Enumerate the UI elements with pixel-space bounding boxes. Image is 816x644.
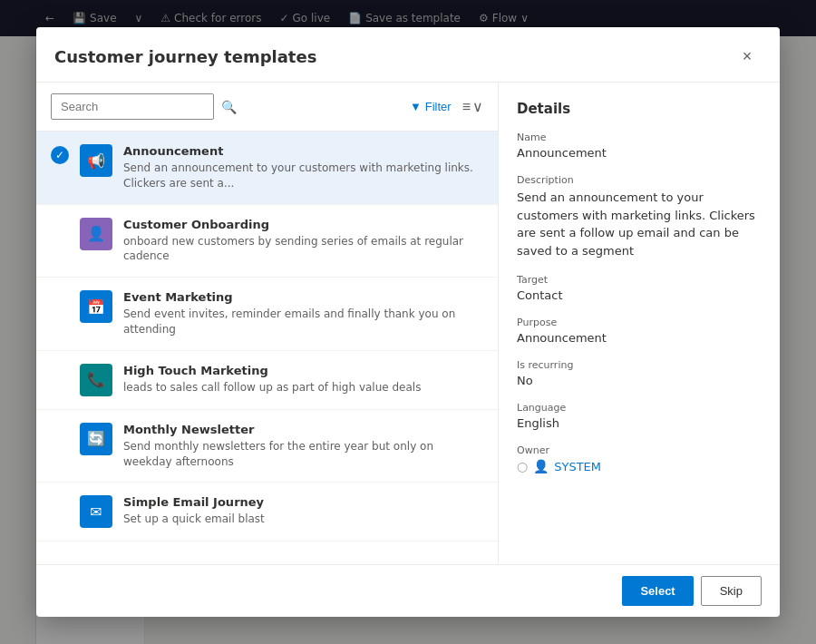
event-marketing-text: Event Marketing Send event invites, remi… [123,290,483,337]
announcement-icon-box: 📢 [80,144,112,177]
template-item-announcement[interactable]: ✓ 📢 Announcement Send an announcement to… [36,132,498,205]
announcement-name: Announcement [123,144,483,158]
newsletter-desc: Send monthly newsletters for the entire … [123,439,483,470]
newsletter-name: Monthly Newsletter [123,423,483,436]
high-touch-name: High Touch Marketing [123,364,483,377]
template-item-simple-email[interactable]: ✉ Simple Email Journey Set up a quick em… [36,483,498,542]
announcement-desc: Send an announcement to your customers w… [123,161,483,191]
high-touch-text: High Touch Marketing leads to sales call… [123,364,483,395]
owner-person-icon: 👤 [533,459,549,473]
select-button[interactable]: Select [622,576,693,606]
detail-label-purpose: Purpose [517,317,762,328]
detail-value-target: Contact [517,288,762,302]
search-input[interactable] [51,93,214,120]
simple-email-text: Simple Email Journey Set up a quick emai… [123,495,483,527]
filter-icon: ▼ [410,100,422,113]
template-item-newsletter[interactable]: 🔄 Monthly Newsletter Send monthly newsle… [36,410,498,483]
modal-body: 🔍 ▼ Filter ≡ ∨ ✓ [36,83,780,564]
newsletter-icon-box: 🔄 [80,423,112,455]
detail-field-owner: Owner ○ 👤 SYSTEM [517,444,762,473]
template-item-event-marketing[interactable]: 📅 Event Marketing Send event invites, re… [36,278,498,351]
high-touch-icon-box: 📞 [80,364,112,396]
event-marketing-name: Event Marketing [123,290,483,304]
modal-title: Customer journey templates [54,47,316,66]
announcement-text: Announcement Send an announcement to you… [123,144,483,191]
details-panel: Details Name Announcement Description Se… [499,83,780,564]
simple-email-desc: Set up a quick email blast [123,512,483,527]
event-marketing-desc: Send event invites, reminder emails and … [123,307,483,337]
detail-value-language: English [517,416,762,430]
onboarding-icon: 👤 [87,225,105,242]
filter-area: ▼ Filter ≡ ∨ [404,96,483,117]
detail-value-recurring: No [517,374,762,387]
templates-panel: 🔍 ▼ Filter ≡ ∨ ✓ [36,83,499,564]
skip-button[interactable]: Skip [701,576,762,606]
onboarding-text: Customer Onboarding onboard new customer… [123,218,483,265]
search-filter-bar: 🔍 ▼ Filter ≡ ∨ [36,83,498,132]
detail-label-target: Target [517,274,762,286]
sort-icon: ≡ [462,99,471,115]
high-touch-desc: leads to sales call follow up as part of… [123,380,483,395]
event-marketing-icon-box: 📅 [80,290,112,323]
detail-field-purpose: Purpose Announcement [517,317,762,345]
onboarding-icon-box: 👤 [80,218,112,250]
onboarding-desc: onboard new customers by sending series … [123,234,483,265]
detail-field-target: Target Contact [517,274,762,302]
newsletter-icon: 🔄 [87,430,105,447]
search-icon: 🔍 [221,100,237,114]
template-item-high-touch[interactable]: 📞 High Touch Marketing leads to sales ca… [36,351,498,410]
detail-label-description: Description [517,174,762,186]
simple-email-icon-box: ✉ [80,495,112,528]
detail-field-language: Language English [517,402,762,430]
simple-email-icon: ✉ [90,503,102,521]
template-item-onboarding[interactable]: 👤 Customer Onboarding onboard new custom… [36,205,498,278]
detail-value-purpose: Announcement [517,331,762,345]
modal-footer: Select Skip [36,564,780,617]
detail-field-recurring: Is recurring No [517,359,762,387]
detail-field-name: Name Announcement [517,132,762,160]
sort-button[interactable]: ≡ ∨ [462,98,483,115]
templates-list: ✓ 📢 Announcement Send an announcement to… [36,132,498,564]
event-marketing-icon: 📅 [87,298,105,316]
simple-email-name: Simple Email Journey [123,495,483,509]
customer-journey-modal: Customer journey templates × 🔍 ▼ Filter … [36,27,780,617]
newsletter-text: Monthly Newsletter Send monthly newslett… [123,423,483,470]
detail-value-description: Send an announcement to your customers w… [517,189,762,259]
detail-label-recurring: Is recurring [517,359,762,371]
owner-name-link[interactable]: SYSTEM [554,460,601,473]
detail-label-owner: Owner [517,444,762,456]
details-heading: Details [517,101,762,117]
sort-chevron-icon: ∨ [472,98,483,115]
detail-label-language: Language [517,402,762,414]
owner-row: ○ 👤 SYSTEM [517,459,762,473]
detail-label-name: Name [517,132,762,143]
onboarding-name: Customer Onboarding [123,218,483,231]
filter-button[interactable]: ▼ Filter [404,96,457,117]
owner-circle-icon: ○ [517,459,528,473]
selected-check: ✓ [51,146,69,164]
detail-field-description: Description Send an announcement to your… [517,174,762,259]
high-touch-icon: 📞 [87,371,105,388]
detail-value-name: Announcement [517,146,762,160]
announcement-icon: 📢 [87,152,105,170]
modal-close-button[interactable]: × [733,42,762,71]
modal-header: Customer journey templates × [36,27,780,83]
